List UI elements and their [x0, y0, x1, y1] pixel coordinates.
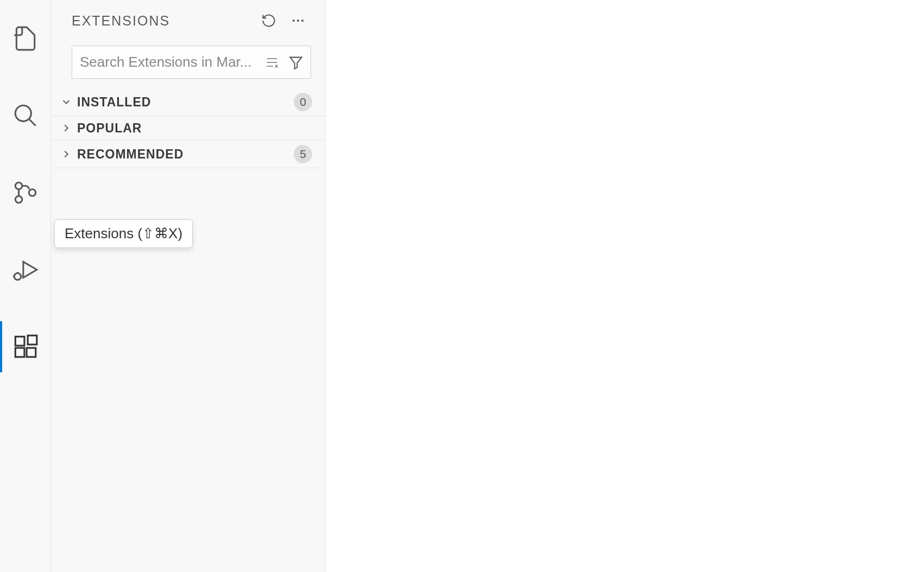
debug-icon	[12, 256, 39, 283]
search-actions	[263, 54, 305, 71]
section-label-installed: INSTALLED	[77, 95, 294, 110]
extensions-icon	[12, 333, 39, 360]
search-icon	[12, 102, 39, 129]
svg-rect-13	[28, 335, 37, 345]
svg-rect-11	[15, 348, 24, 357]
refresh-icon	[261, 13, 276, 28]
search-container	[72, 46, 311, 79]
tooltip-text: Extensions (⇧⌘X)	[65, 225, 182, 241]
svg-point-16	[301, 20, 303, 22]
section-label-recommended: RECOMMENDED	[77, 147, 294, 162]
svg-point-14	[293, 20, 295, 22]
activity-bar	[0, 0, 51, 572]
svg-rect-12	[27, 348, 36, 357]
svg-point-6	[14, 273, 21, 280]
svg-point-15	[297, 20, 299, 22]
svg-line-1	[29, 119, 36, 126]
clear-search-button[interactable]	[263, 54, 281, 71]
svg-marker-5	[23, 262, 36, 277]
extensions-sidebar: EXTENSIONS	[51, 0, 326, 572]
editor-area	[326, 0, 924, 572]
header-actions	[259, 11, 308, 30]
activity-explorer[interactable]	[0, 13, 51, 64]
section-badge-recommended: 5	[294, 145, 312, 163]
section-popular[interactable]: POPULAR	[51, 116, 325, 141]
svg-point-4	[29, 189, 36, 196]
section-badge-installed: 0	[294, 93, 312, 111]
chevron-down-icon	[59, 94, 74, 110]
ellipsis-icon	[290, 13, 306, 28]
more-actions-button[interactable]	[288, 11, 308, 30]
chevron-right-icon	[59, 120, 74, 136]
source-control-icon	[12, 179, 39, 206]
activity-run-debug[interactable]	[0, 244, 51, 295]
section-installed[interactable]: INSTALLED 0	[51, 88, 325, 116]
sidebar-title: EXTENSIONS	[72, 13, 259, 29]
svg-point-2	[15, 182, 22, 189]
refresh-button[interactable]	[259, 11, 279, 30]
filter-icon	[288, 55, 303, 70]
activity-extensions[interactable]	[0, 321, 51, 372]
section-label-popular: POPULAR	[77, 121, 312, 136]
section-recommended[interactable]: RECOMMENDED 5	[51, 141, 325, 168]
files-icon	[12, 25, 39, 52]
svg-point-3	[15, 196, 22, 203]
svg-rect-10	[15, 336, 24, 346]
activity-search[interactable]	[0, 90, 51, 141]
chevron-right-icon	[59, 147, 74, 162]
svg-point-0	[15, 105, 31, 121]
clear-list-icon	[264, 55, 280, 70]
activity-source-control[interactable]	[0, 167, 51, 218]
filter-button[interactable]	[287, 54, 305, 71]
sidebar-header: EXTENSIONS	[51, 0, 325, 41]
tooltip: Extensions (⇧⌘X)	[54, 219, 193, 248]
svg-marker-22	[290, 57, 302, 68]
